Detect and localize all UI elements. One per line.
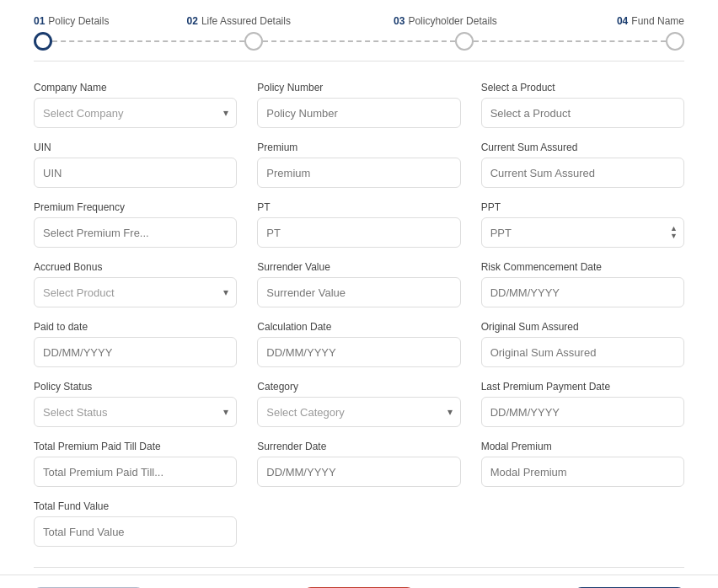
step-4-label: 04 Fund Name bbox=[617, 15, 684, 27]
premium-field: Premium bbox=[257, 142, 460, 188]
risk-commencement-date-field: Risk Commencement Date bbox=[481, 261, 684, 307]
company-name-field: Company Name Select Company ▾ bbox=[34, 82, 237, 128]
select-product-label: Select a Product bbox=[481, 82, 684, 94]
pt-input[interactable] bbox=[257, 217, 460, 248]
total-fund-value-field: Total Fund Value bbox=[34, 500, 237, 547]
step-2-label: 02 Life Assured Details bbox=[187, 15, 291, 27]
stepper: 01 Policy Details 02 Life Assured Detail… bbox=[0, 0, 718, 61]
ppt-wrapper: ▲ ▼ bbox=[481, 217, 684, 248]
stepper-circles bbox=[34, 32, 684, 51]
paid-to-date-label: Paid to date bbox=[34, 321, 237, 333]
connector-1 bbox=[52, 40, 244, 42]
select-product-field: Select a Product bbox=[481, 82, 684, 128]
paid-to-date-field: Paid to date bbox=[34, 321, 237, 367]
surrender-value-input[interactable] bbox=[257, 277, 460, 307]
policy-status-field: Policy Status Select Status ▾ bbox=[34, 381, 237, 427]
form-grid: Company Name Select Company ▾ Policy Num… bbox=[34, 82, 684, 547]
select-product-input[interactable] bbox=[481, 98, 684, 128]
total-fund-value-label: Total Fund Value bbox=[34, 500, 237, 512]
total-premium-paid-till-date-field: Total Premium Paid Till Date bbox=[34, 441, 237, 487]
uin-field: UIN bbox=[34, 142, 237, 188]
company-name-select-wrapper: Select Company ▾ bbox=[34, 98, 237, 128]
surrender-value-label: Surrender Value bbox=[257, 261, 460, 273]
modal-premium-field: Modal Premium bbox=[481, 441, 684, 487]
category-field: Category Select Category ▾ bbox=[257, 381, 460, 427]
policy-status-select[interactable]: Select Status bbox=[34, 397, 237, 427]
calculation-date-field: Calculation Date bbox=[257, 321, 460, 367]
total-fund-value-input[interactable] bbox=[34, 516, 237, 547]
connector-2 bbox=[263, 40, 455, 42]
footer-divider bbox=[34, 567, 684, 568]
calculation-date-label: Calculation Date bbox=[257, 321, 460, 333]
company-name-label: Company Name bbox=[34, 82, 237, 94]
original-sum-assured-field: Original Sum Assured bbox=[481, 321, 684, 367]
risk-commencement-date-label: Risk Commencement Date bbox=[481, 261, 684, 273]
current-sum-assured-input[interactable] bbox=[481, 158, 684, 188]
pt-label: PT bbox=[257, 201, 460, 213]
policy-status-select-wrapper: Select Status ▾ bbox=[34, 397, 237, 427]
accrued-bonus-label: Accrued Bonus bbox=[34, 261, 237, 273]
ppt-input[interactable] bbox=[481, 217, 684, 248]
policy-number-input[interactable] bbox=[257, 98, 460, 128]
company-name-select[interactable]: Select Company bbox=[34, 98, 237, 128]
original-sum-assured-label: Original Sum Assured bbox=[481, 321, 684, 333]
category-select[interactable]: Select Category bbox=[257, 397, 460, 427]
last-premium-payment-date-label: Last Premium Payment Date bbox=[481, 381, 684, 393]
uin-label: UIN bbox=[34, 142, 237, 153]
calculation-date-input[interactable] bbox=[257, 337, 460, 367]
step-1-label: 01 Policy Details bbox=[34, 15, 109, 27]
step-3-circle[interactable] bbox=[455, 32, 474, 51]
surrender-date-field: Surrender Date bbox=[257, 441, 460, 487]
current-sum-assured-label: Current Sum Assured bbox=[481, 142, 684, 153]
premium-frequency-label: Premium Frequency bbox=[34, 201, 237, 213]
accrued-bonus-select[interactable]: Select Product bbox=[34, 277, 237, 307]
risk-commencement-date-input[interactable] bbox=[481, 277, 684, 307]
last-premium-payment-date-input[interactable] bbox=[481, 397, 684, 427]
pt-field: PT bbox=[257, 201, 460, 248]
uin-input[interactable] bbox=[34, 158, 237, 188]
last-premium-payment-date-field: Last Premium Payment Date bbox=[481, 381, 684, 427]
form-section: Company Name Select Company ▾ Policy Num… bbox=[0, 61, 718, 567]
ppt-field: PPT ▲ ▼ bbox=[481, 201, 684, 248]
accrued-bonus-select-wrapper: Select Product ▾ bbox=[34, 277, 237, 307]
category-label: Category bbox=[257, 381, 460, 393]
modal-premium-input[interactable] bbox=[481, 457, 684, 487]
total-premium-paid-till-date-label: Total Premium Paid Till Date bbox=[34, 441, 237, 452]
ppt-label: PPT bbox=[481, 201, 684, 213]
step-3-label: 03 Policyholder Details bbox=[394, 15, 497, 27]
policy-status-label: Policy Status bbox=[34, 381, 237, 393]
surrender-value-field: Surrender Value bbox=[257, 261, 460, 307]
accrued-bonus-field: Accrued Bonus Select Product ▾ bbox=[34, 261, 237, 307]
premium-frequency-input[interactable] bbox=[34, 217, 237, 248]
current-sum-assured-field: Current Sum Assured bbox=[481, 142, 684, 188]
connector-3 bbox=[474, 40, 666, 42]
step-2-circle[interactable] bbox=[244, 32, 263, 51]
surrender-date-input[interactable] bbox=[257, 457, 460, 487]
premium-label: Premium bbox=[257, 142, 460, 153]
footer: Back Reset Next bbox=[0, 575, 718, 588]
step-1-circle[interactable] bbox=[34, 32, 52, 51]
category-select-wrapper: Select Category ▾ bbox=[257, 397, 460, 427]
policy-number-label: Policy Number bbox=[257, 82, 460, 94]
policy-number-field: Policy Number bbox=[257, 82, 460, 128]
modal-premium-label: Modal Premium bbox=[481, 441, 684, 452]
original-sum-assured-input[interactable] bbox=[481, 337, 684, 367]
step-4-circle[interactable] bbox=[666, 32, 684, 51]
premium-input[interactable] bbox=[257, 158, 460, 188]
total-premium-paid-till-date-input[interactable] bbox=[34, 457, 237, 487]
paid-to-date-input[interactable] bbox=[34, 337, 237, 367]
surrender-date-label: Surrender Date bbox=[257, 441, 460, 452]
premium-frequency-field: Premium Frequency bbox=[34, 201, 237, 248]
